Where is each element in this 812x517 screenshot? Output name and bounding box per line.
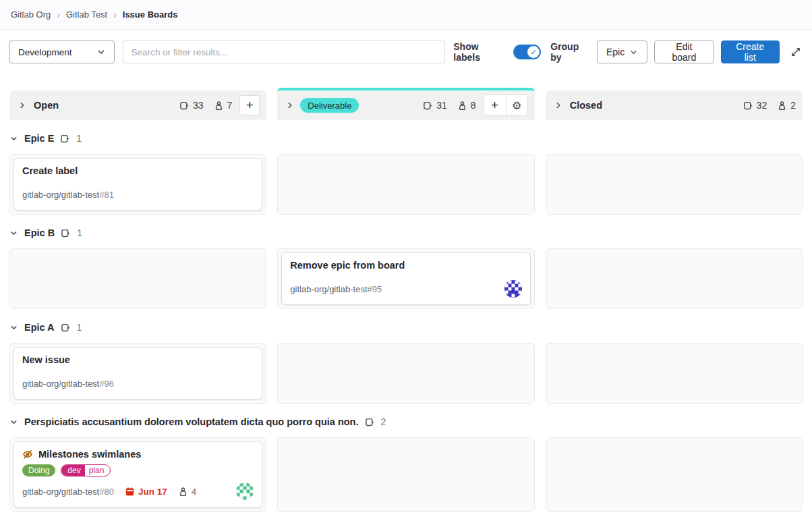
swimlane-issue-count: 1 bbox=[76, 133, 82, 144]
column-header-meta: 31 8 + ⚙ bbox=[423, 94, 527, 116]
card-reference: gitlab-org/gitlab-test#95 bbox=[290, 280, 521, 298]
swimlane-header-epic-a: Epic A 1 bbox=[9, 320, 803, 335]
chevron-down-icon[interactable] bbox=[9, 229, 18, 238]
confidential-eye-slash-icon bbox=[22, 449, 33, 460]
show-labels-toggle[interactable]: ✓ bbox=[513, 45, 542, 59]
create-list-button[interactable]: Create list bbox=[721, 40, 780, 63]
board-cell-empty[interactable] bbox=[277, 154, 534, 215]
list-label-pill[interactable]: Deliverable bbox=[300, 98, 359, 113]
column-header-deliverable: Deliverable 31 8 + ⚙ bbox=[277, 88, 534, 120]
swimlane-issue-count: 1 bbox=[77, 322, 82, 333]
board-cell[interactable]: New issue gitlab-org/gitlab-test#96 bbox=[9, 343, 266, 404]
column-title: Closed bbox=[570, 100, 602, 111]
due-date: Jun 17 bbox=[125, 487, 167, 497]
swimlane-title[interactable]: Epic E bbox=[24, 133, 54, 144]
breadcrumb-separator: › bbox=[57, 9, 60, 20]
weight-icon bbox=[457, 101, 467, 111]
list-settings-gear-icon[interactable]: ⚙ bbox=[506, 95, 527, 115]
column-title: Open bbox=[34, 100, 59, 111]
issues-icon bbox=[61, 323, 71, 333]
board-cell[interactable]: Create label gitlab-org/gitlab-test#81 bbox=[9, 154, 266, 215]
board-cell-empty[interactable] bbox=[546, 248, 803, 309]
board-cell-empty[interactable] bbox=[546, 343, 803, 404]
card-ref-path: gitlab-org/gitlab-test bbox=[22, 190, 99, 200]
chevron-down-icon bbox=[629, 48, 638, 57]
swimlane-cells: New issue gitlab-org/gitlab-test#96 bbox=[9, 343, 803, 404]
card-ref-id: #81 bbox=[99, 190, 114, 200]
due-date-text: Jun 17 bbox=[138, 487, 167, 497]
scoped-label-dev-plan[interactable]: dev plan bbox=[61, 464, 111, 477]
board-switcher-dropdown[interactable]: Development bbox=[9, 40, 115, 63]
swimlane-header-epic-e: Epic E 1 bbox=[9, 131, 803, 146]
board-cell-empty[interactable] bbox=[277, 437, 534, 512]
board-cell-empty[interactable] bbox=[546, 437, 803, 512]
swimlane-title[interactable]: Epic B bbox=[24, 227, 55, 238]
show-labels-label: Show labels bbox=[453, 41, 504, 63]
fullscreen-expand-icon[interactable] bbox=[789, 47, 803, 57]
card-labels: Doing dev plan bbox=[22, 464, 254, 477]
card-ref-path: gitlab-org/gitlab-test bbox=[22, 379, 99, 389]
board-cell[interactable]: Remove epic from board gitlab-org/gitlab… bbox=[277, 248, 534, 309]
add-issue-button[interactable]: + bbox=[484, 95, 506, 115]
list-actions-group: + ⚙ bbox=[484, 94, 528, 116]
issue-card-remove-epic[interactable]: Remove epic from board gitlab-org/gitlab… bbox=[281, 252, 530, 305]
chevron-down-icon[interactable] bbox=[9, 134, 18, 143]
issue-count: 33 bbox=[193, 100, 204, 111]
card-title: Create label bbox=[22, 165, 78, 176]
breadcrumb-group[interactable]: Gitlab Org bbox=[11, 9, 51, 20]
issue-card-create-label[interactable]: Create label gitlab-org/gitlab-test#81 bbox=[13, 158, 262, 211]
issues-icon bbox=[60, 134, 70, 144]
swimlane-header-perspiciatis: Perspiciatis accusantium dolorem volupta… bbox=[9, 414, 803, 429]
group-by-label: Group by bbox=[550, 41, 590, 63]
issue-card-milestones-swimlanes[interactable]: Milestones swimlanes Doing dev plan gitl… bbox=[13, 441, 262, 508]
card-ref-id: #95 bbox=[368, 284, 382, 294]
filter-search-box bbox=[123, 40, 446, 63]
board-cell-empty[interactable] bbox=[546, 154, 803, 215]
issue-count: 31 bbox=[436, 100, 447, 111]
search-input[interactable] bbox=[132, 47, 437, 57]
toolbar-right-group: Show labels ✓ Group by Epic Edit board C… bbox=[453, 40, 803, 63]
toggle-check-icon: ✓ bbox=[527, 46, 540, 58]
swimlane-header-epic-b: Epic B 1 bbox=[9, 225, 803, 240]
column-header-closed: Closed 32 2 bbox=[546, 90, 803, 120]
chevron-right-icon[interactable] bbox=[18, 101, 27, 110]
board-toolbar: Development Show labels ✓ Group by Epic … bbox=[9, 40, 803, 63]
card-ref-id: #96 bbox=[99, 379, 114, 389]
chevron-down-icon[interactable] bbox=[9, 418, 18, 427]
chevron-right-icon[interactable] bbox=[554, 101, 563, 110]
label-doing[interactable]: Doing bbox=[22, 464, 55, 477]
weight-count: 7 bbox=[227, 100, 233, 111]
assignee-avatar bbox=[236, 483, 254, 500]
swimlane-issue-count: 1 bbox=[77, 227, 82, 238]
column-header-meta: 33 7 + bbox=[179, 95, 260, 115]
group-by-dropdown[interactable]: Epic bbox=[597, 40, 647, 63]
breadcrumb-project[interactable]: Gitlab Test bbox=[66, 9, 107, 20]
weight-icon bbox=[777, 101, 787, 111]
weight-count: 8 bbox=[471, 100, 476, 111]
issues-icon bbox=[365, 417, 375, 427]
breadcrumb: Gitlab Org › Gitlab Test › Issue Boards bbox=[0, 0, 812, 30]
issue-card-new-issue[interactable]: New issue gitlab-org/gitlab-test#96 bbox=[13, 347, 262, 400]
board-cell-empty[interactable] bbox=[277, 343, 534, 404]
edit-board-button[interactable]: Edit board bbox=[654, 40, 714, 63]
group-by-value: Epic bbox=[606, 47, 625, 57]
swimlane-cells: Remove epic from board gitlab-org/gitlab… bbox=[9, 248, 803, 309]
card-ref-id: #80 bbox=[99, 487, 114, 497]
board-cell-empty[interactable] bbox=[9, 248, 266, 309]
breadcrumb-separator: › bbox=[113, 9, 117, 20]
chevron-down-icon[interactable] bbox=[9, 323, 18, 332]
swimlane-title[interactable]: Perspiciatis accusantium dolorem volupta… bbox=[24, 416, 359, 427]
scoped-label-value: plan bbox=[85, 466, 111, 475]
issues-icon bbox=[423, 101, 433, 111]
board-cell[interactable]: Milestones swimlanes Doing dev plan gitl… bbox=[9, 437, 266, 512]
weight-icon bbox=[214, 101, 224, 111]
weight-value: 4 bbox=[192, 487, 197, 497]
swimlane-title[interactable]: Epic A bbox=[24, 322, 55, 333]
chevron-right-icon[interactable] bbox=[285, 101, 295, 110]
card-reference: gitlab-org/gitlab-test#81 bbox=[22, 186, 254, 203]
add-issue-button[interactable]: + bbox=[239, 95, 260, 115]
issues-icon bbox=[743, 101, 753, 111]
issues-icon bbox=[179, 101, 190, 111]
scoped-label-key: dev bbox=[61, 465, 84, 476]
card-weight: 4 bbox=[178, 487, 197, 497]
